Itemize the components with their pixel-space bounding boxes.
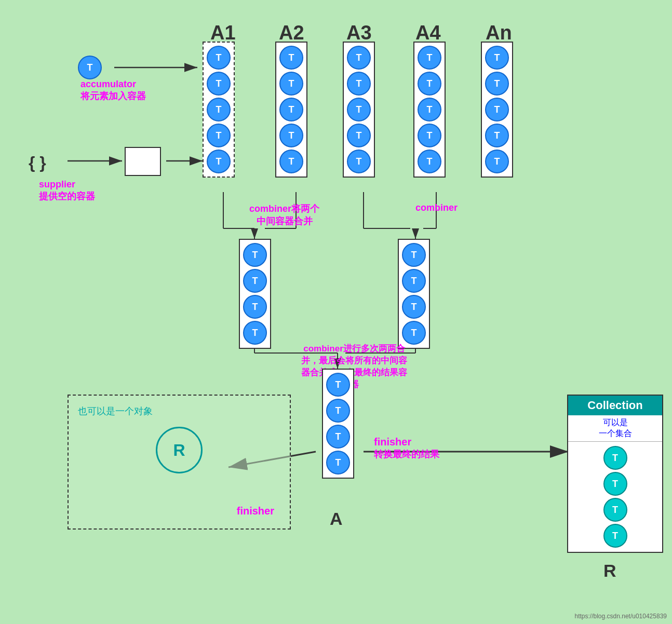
a3-label: A3 [346,22,372,44]
a2-label: A2 [279,22,304,44]
supplier-empty-box [125,147,161,176]
r-circle-container: R [156,427,203,473]
a1-label: A1 [210,22,236,44]
a2-stack: T T T T T [275,42,307,178]
collection-items: T T T T [568,442,662,552]
a1-stack: T T T T T [203,42,235,178]
an-label: An [486,22,512,44]
combiner2-stack: T T T T [398,239,430,349]
combiner-final-label: combiner进行多次两两合 并，最后会将所有的中间容 器合并成一个最终的结果… [301,343,407,390]
t-circle-input: T [78,56,102,79]
finisher-right-label: finisher 转换最终的结果 [374,436,439,460]
accumulator-label: accumulator 将元素加入容器 [80,79,146,102]
combiner-right-label: combiner [415,202,458,213]
a4-stack: T T T T T [413,42,446,178]
collection-header: Collection [568,396,662,415]
also-object-label: 也可以是一个对象 [78,405,153,417]
r-bottom-label: R [603,561,616,581]
watermark: https://blog.csdn.net/u010425839 [575,613,667,620]
collection-box: Collection 可以是 一个集合 T T T T [567,395,663,553]
a-final-stack: T T T T [322,369,354,479]
an-stack: T T T T T [481,42,513,178]
input-t-circle: T [78,56,102,79]
collection-subtext: 可以是 一个集合 [568,415,662,442]
a-bottom-label: A [330,509,343,529]
a3-stack: T T T T T [343,42,375,178]
combiner1-stack: T T T T [239,239,271,349]
object-dashed-box: 也可以是一个对象 R finisher [68,395,291,530]
combiner-left-label: combiner将两个 中间容器合并 [249,202,319,227]
supplier-label: supplier 提供空的容器 [39,179,95,202]
finisher-label-inside: finisher [237,505,274,517]
supplier-symbol: { } [29,153,46,172]
a4-label: A4 [415,22,441,44]
